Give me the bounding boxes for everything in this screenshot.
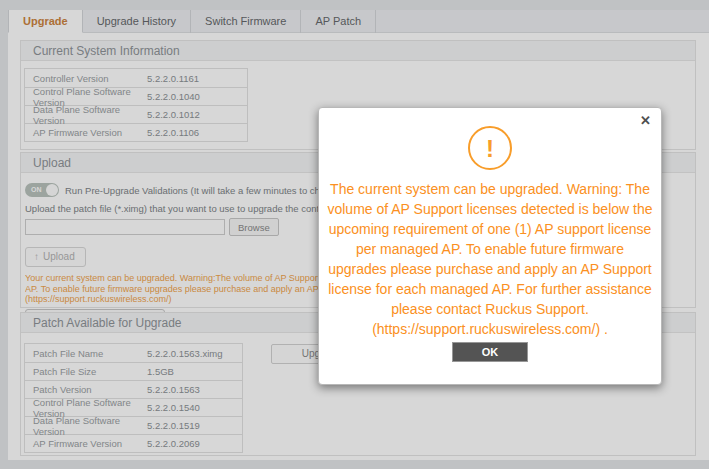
warning-icon: ! [468, 126, 512, 170]
modal-message: The current system can be upgraded. Warn… [325, 179, 655, 339]
upgrade-page: Upgrade Upgrade History Switch Firmware … [0, 0, 709, 469]
upgrade-warning-modal: ✕ ! The current system can be upgraded. … [318, 107, 662, 385]
close-icon[interactable]: ✕ [640, 113, 651, 128]
ok-button[interactable]: OK [452, 342, 528, 362]
